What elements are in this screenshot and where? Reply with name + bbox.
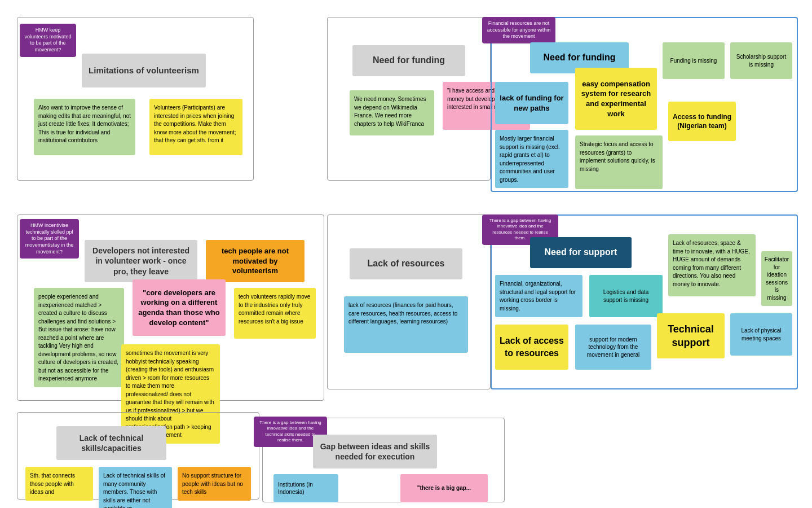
card-strategic: Strategic focus and access to resources … (575, 135, 663, 189)
top-left-card2: Volunteers (Participants) are interested… (149, 99, 242, 155)
limitations-title: Limitations of volunteerism (82, 54, 206, 87)
hmw-card-top-left: HMW keep volunteers motivated to be part… (20, 24, 76, 57)
card-physical-meeting: Lack of physical meeting spaces (730, 313, 792, 356)
bottom-left-card2: Lack of technical skills of many communi… (99, 467, 172, 508)
canvas: HMW keep volunteers motivated to be part… (0, 0, 812, 508)
card-facilitator: Facilitator for ideation sessions is mis… (761, 251, 792, 306)
card-support-modern: support for modern technology from the m… (575, 325, 651, 370)
mid-left-title: Developers not interested in volunteer w… (85, 240, 197, 282)
mid-left-subtitle: tech people are not motivated by volunte… (206, 240, 304, 282)
bottom-left-card3: No support structure for people with ide… (178, 467, 251, 501)
mid-left-card2: "core developers are working on a differ… (133, 279, 226, 336)
mid-left-card3: tech volunteers rapidly move to the indu… (234, 288, 316, 339)
mid-mid-title: Lack of resources (350, 248, 462, 279)
mid-right-title: Need for support (530, 237, 632, 268)
card-lack-access: Lack of access to resources (495, 325, 568, 370)
bottom-left-title: Lack of technical skills/capacities (56, 426, 166, 460)
card-technical: Technical support (657, 313, 725, 358)
mid-mid-card1: lack of resources (finances for paid hou… (344, 296, 468, 353)
hmw-card-top-right: Financial resources are not accessible f… (482, 17, 555, 43)
card-financial: Financial, organizational, structural an… (495, 275, 582, 317)
top-mid-title: Need for funding (352, 45, 465, 76)
card-lack-resources-space: Lack of resources, space & time to innov… (668, 234, 756, 296)
card-scholarship: Scholarship support is missing (730, 42, 792, 79)
card-easy-comp: easy compensation system for research an… (575, 68, 657, 130)
card-funding-missing: Funding is missing (663, 42, 725, 79)
card-lack-funding: lack of funding for new paths (495, 82, 568, 124)
bottom-mid-card2: "there is a big gap... (400, 474, 488, 502)
mid-left-card1: people experienced and inexperienced mat… (34, 288, 124, 387)
card-logistics: Logistics and data support is missing (589, 275, 663, 317)
card-mostly-larger: Mostly larger financial support is missi… (495, 130, 568, 188)
top-mid-card1: We need money. Sometimes we depend on Wi… (350, 90, 434, 135)
top-left-card1: Also want to improve the sense of making… (34, 99, 135, 155)
card-access-funding: Access to funding (Nigerian team) (668, 102, 736, 141)
bottom-mid-title: Gap between ideas and skills needed for … (313, 435, 437, 468)
bottom-mid-card1: Institutions (in Indonesia) (273, 474, 338, 502)
hmw-card-mid-left: HMW incentivise technically skilled ppl … (20, 219, 79, 259)
bottom-left-card1: Sth. that connects those people with ide… (25, 467, 93, 501)
